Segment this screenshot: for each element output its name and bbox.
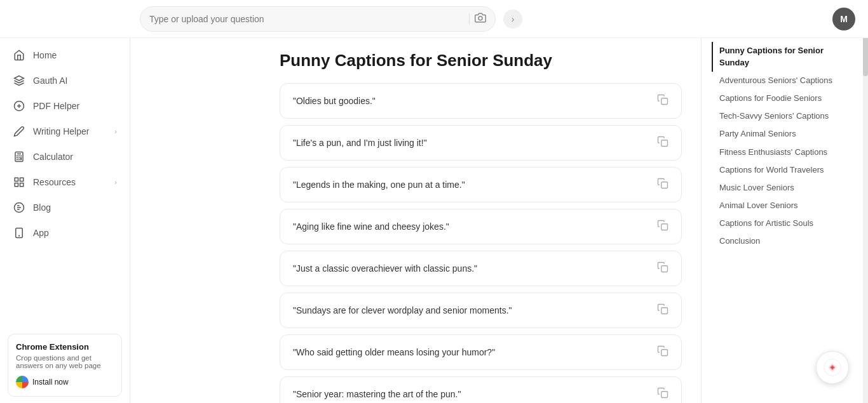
toc-item-world-travelers[interactable]: Captions for World Travelers [712, 161, 853, 179]
floating-gauth-button[interactable] [816, 351, 849, 384]
svg-rect-24 [661, 266, 668, 272]
copy-icon[interactable] [657, 345, 668, 359]
toc-item-artistic[interactable]: Captions for Artistic Souls [712, 215, 853, 232]
toc-item-conclusion[interactable]: Conclusion [712, 232, 853, 250]
table-of-contents: Create Unlimited Fun with Our Caption Ge… [701, 0, 863, 403]
toc-list: Create Unlimited Fun with Our Caption Ge… [712, 13, 853, 251]
caption-card: "Who said getting older means losing you… [280, 334, 682, 370]
caption-text: "Just a classic overachiever with classi… [293, 263, 649, 274]
sidebar-item-blog[interactable]: Blog [0, 195, 130, 220]
sidebar-item-calculator-label: Calculator [33, 152, 117, 162]
caption-card: "Oldies but goodies." [280, 83, 682, 119]
chevron-right-icon: › [114, 128, 117, 135]
pdf-icon [13, 100, 25, 112]
svg-point-19 [478, 16, 482, 20]
ai-icon [13, 74, 25, 87]
blog-icon [13, 201, 25, 214]
caption-list: "Oldies but goodies." "Life's a pun, and… [280, 83, 682, 403]
svg-rect-12 [15, 178, 18, 181]
copy-icon[interactable] [657, 178, 668, 192]
search-submit-button[interactable]: › [503, 10, 522, 29]
caption-card: "Life's a pun, and I'm just living it!" [280, 125, 682, 161]
chrome-extension-title: Chrome Extension [16, 342, 114, 352]
sidebar-item-app[interactable]: App [0, 220, 130, 246]
sidebar-item-home-label: Home [33, 50, 117, 60]
svg-rect-13 [20, 178, 24, 181]
sidebar-item-gauth-ai-label: Gauth AI [33, 76, 117, 86]
sidebar-item-pdf-helper[interactable]: PDF Helper [0, 93, 130, 119]
svg-rect-25 [661, 308, 668, 314]
main-content: Punny Captions for Senior Sunday "Oldies… [261, 38, 701, 403]
svg-rect-26 [661, 350, 668, 356]
toc-item-fitness[interactable]: Fitness Enthusiasts' Captions [712, 143, 853, 161]
page-title: Punny Captions for Senior Sunday [280, 51, 682, 70]
sidebar-item-writing-helper-label: Writing Helper [33, 126, 107, 136]
caption-card: "Senior year: mastering the art of the p… [280, 376, 682, 403]
sidebar-nav: Home Gauth AI PDF Helper Writing Helper [0, 36, 130, 327]
caption-text: "Aging like fine wine and cheesy jokes." [293, 221, 649, 232]
caption-text: "Sundays are for clever wordplay and sen… [293, 305, 649, 315]
toc-item-adventurous[interactable]: Adventurous Seniors' Captions [712, 72, 853, 89]
chevron-right-icon-2: › [114, 178, 117, 186]
chrome-logo-icon [16, 376, 29, 388]
chrome-extension-description: Crop questions and get answers on any we… [16, 354, 114, 369]
copy-icon[interactable] [657, 303, 668, 317]
grid-icon [13, 176, 25, 188]
camera-icon[interactable] [475, 12, 486, 26]
search-bar[interactable] [140, 6, 496, 32]
app-icon [13, 227, 25, 239]
sidebar-item-calculator[interactable]: Calculator [0, 144, 130, 169]
copy-icon[interactable] [657, 136, 668, 150]
header: › M [0, 0, 868, 38]
chrome-extension-banner: Chrome Extension Crop questions and get … [8, 334, 122, 397]
svg-rect-15 [20, 183, 24, 187]
caption-text: "Senior year: mastering the art of the p… [293, 389, 649, 399]
sidebar-item-gauth-ai[interactable]: Gauth AI [0, 68, 130, 93]
sidebar-item-resources[interactable]: Resources › [0, 169, 130, 195]
svg-rect-22 [661, 182, 668, 188]
sidebar-item-app-label: App [33, 228, 117, 238]
copy-icon[interactable] [657, 387, 668, 401]
svg-rect-21 [661, 140, 668, 147]
chrome-install-button[interactable]: Install now [32, 378, 69, 386]
sidebar-item-blog-label: Blog [33, 202, 117, 213]
toc-item-foodie[interactable]: Captions for Foodie Seniors [712, 89, 853, 107]
sidebar-item-home[interactable]: Home [0, 43, 130, 68]
svg-rect-23 [661, 224, 668, 230]
pen-icon [13, 125, 25, 138]
copy-icon[interactable] [657, 220, 668, 234]
caption-card: "Legends in the making, one pun at a tim… [280, 167, 682, 202]
caption-text: "Legends in the making, one pun at a tim… [293, 180, 649, 190]
toc-item-punny-captions[interactable]: Punny Captions for Senior Sunday [712, 42, 853, 71]
caption-card: "Just a classic overachiever with classi… [280, 251, 682, 286]
calculator-icon [13, 150, 25, 163]
svg-rect-27 [661, 392, 668, 398]
caption-text: "Who said getting older means losing you… [293, 347, 649, 357]
home-icon [13, 49, 25, 62]
toc-item-music-lover[interactable]: Music Lover Seniors [712, 179, 853, 197]
toc-item-tech-savvy[interactable]: Tech-Savvy Seniors' Captions [712, 107, 853, 125]
sidebar: Gauth Home Gauth AI PDF Helper [0, 0, 130, 403]
caption-text: "Oldies but goodies." [293, 96, 649, 106]
avatar[interactable]: M [832, 8, 855, 30]
content-area: Punny Captions for Senior Sunday "Oldies… [130, 0, 868, 403]
svg-rect-14 [15, 183, 18, 187]
copy-icon[interactable] [657, 261, 668, 275]
sidebar-item-resources-label: Resources [33, 177, 107, 187]
toc-item-animal-lover[interactable]: Animal Lover Seniors [712, 197, 853, 215]
caption-card: "Aging like fine wine and cheesy jokes." [280, 209, 682, 244]
svg-rect-20 [661, 98, 668, 105]
toc-item-party-animal[interactable]: Party Animal Seniors [712, 125, 853, 143]
copy-icon[interactable] [657, 94, 668, 108]
search-input[interactable] [149, 14, 464, 24]
search-divider [469, 13, 470, 25]
caption-text: "Life's a pun, and I'm just living it!" [293, 138, 649, 148]
scrollbar[interactable] [863, 0, 868, 403]
caption-card: "Sundays are for clever wordplay and sen… [280, 293, 682, 328]
sidebar-item-writing-helper[interactable]: Writing Helper › [0, 119, 130, 144]
sidebar-item-pdf-helper-label: PDF Helper [33, 101, 117, 111]
